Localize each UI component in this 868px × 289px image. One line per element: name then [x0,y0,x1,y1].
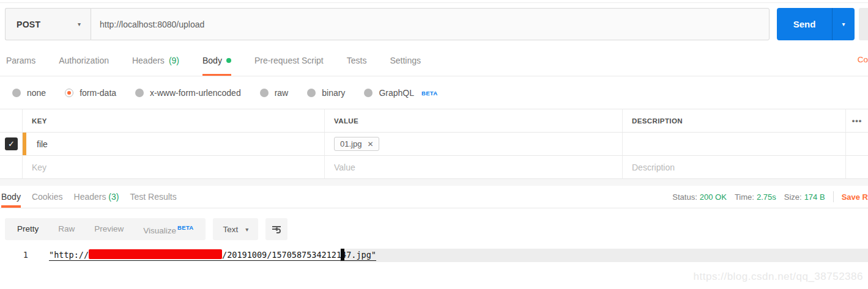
divider [833,191,834,202]
radio-form-data[interactable]: form-data [65,88,116,98]
response-tab-cookies[interactable]: Cookies [32,186,63,208]
tab-headers[interactable]: Headers(9) [132,45,179,76]
radio-binary[interactable]: binary [307,88,345,98]
headers-count: (9) [169,56,179,65]
response-body-editor[interactable]: 1 "http:///20191009/1570587534212147.jpg… [0,247,868,265]
chevron-down-icon: ▾ [78,21,81,27]
row-key[interactable]: file [32,139,48,149]
radio-none[interactable]: none [12,88,46,98]
wrap-lines-icon [271,224,282,234]
text-cursor [341,249,344,261]
chevron-down-icon: ▾ [245,226,248,233]
top-divider [0,2,868,3]
remove-file-icon[interactable]: ✕ [367,140,373,148]
response-meta: Status:200 OK Time:2.75s Size:174 B Save… [672,186,868,208]
send-label[interactable]: Send [777,8,832,40]
radio-graphql[interactable]: GraphQLBETA [364,88,437,98]
table-row: ✓ file 01.jpg ✕ [0,133,868,156]
radio-selected-icon [65,89,73,97]
redaction-block [89,249,222,259]
request-tabs: Params Authorization Headers(9) Body Pre… [0,45,868,76]
method-dropdown[interactable]: POST ▾ [5,8,91,40]
tab-params[interactable]: Params [6,45,35,76]
body-modified-dot-icon [226,58,231,63]
view-raw[interactable]: Raw [48,218,84,240]
status-badge: Status:200 OK [672,192,727,202]
radio-icon [260,89,269,97]
wrap-lines-button[interactable] [265,218,287,240]
format-label: Text [223,225,238,234]
response-header: Body Cookies Headers (3) Test Results St… [0,186,868,208]
cookies-link-clipped[interactable]: Co [858,55,868,64]
send-options-caret[interactable]: ▾ [832,8,855,40]
radio-icon [307,89,316,97]
tab-pre-request-script[interactable]: Pre-request Script [254,45,324,76]
response-tab-headers[interactable]: Headers (3) [74,186,119,208]
section-separator [0,178,868,186]
format-dropdown[interactable]: Text ▾ [213,218,258,240]
new-value-input[interactable] [334,163,593,172]
row-enabled-checkbox[interactable]: ✓ [5,137,18,150]
current-line-highlight [340,249,868,262]
response-line: "http:///20191009/1570587534212147.jpg" [49,249,376,261]
save-response-button-clipped[interactable]: Save R [842,192,868,202]
row-description[interactable] [622,133,845,155]
visualize-beta-badge: BETA [177,224,193,231]
save-button-clipped[interactable] [859,8,868,40]
file-chip[interactable]: 01.jpg ✕ [334,137,379,151]
view-preview[interactable]: Preview [84,218,133,240]
response-headers-count: (3) [108,192,119,202]
radio-raw[interactable]: raw [260,88,289,98]
response-view-toolbar: Pretty Raw Preview VisualizeBETA Text ▾ [5,218,287,240]
table-options-menu-icon[interactable]: ••• [852,116,862,125]
method-label: POST [17,20,40,29]
view-segmented-control: Pretty Raw Preview VisualizeBETA [5,218,206,240]
graphql-beta-badge: BETA [421,90,437,97]
postman-window: POST ▾ Send ▾ Params Authorization Heade… [0,0,868,289]
new-description-input[interactable] [632,163,824,172]
line-number: 1 [17,250,28,260]
col-header-value: VALUE [324,109,622,132]
file-chip-label: 01.jpg [340,139,362,148]
radio-icon [364,89,373,97]
tab-authorization[interactable]: Authorization [59,45,109,76]
view-pretty[interactable]: Pretty [7,218,48,240]
new-key-input[interactable] [32,163,295,172]
response-tab-test-results[interactable]: Test Results [130,186,176,208]
body-mode-options: none form-data x-www-form-urlencoded raw… [0,77,868,109]
url-input[interactable] [91,8,770,40]
col-header-description: DESCRIPTION [622,109,845,132]
radio-icon [135,89,144,97]
response-tab-body[interactable]: Body [1,186,21,208]
table-header-row: KEY VALUE DESCRIPTION ••• [0,109,868,133]
send-button[interactable]: Send ▾ [777,8,855,40]
tab-settings[interactable]: Settings [390,45,421,76]
form-data-table: KEY VALUE DESCRIPTION ••• ✓ file 01.jpg … [0,109,868,178]
table-empty-row [0,156,868,179]
time-badge: Time:2.75s [735,192,776,202]
radio-icon [12,89,21,97]
radio-x-www-form-urlencoded[interactable]: x-www-form-urlencoded [135,88,241,98]
chevron-down-icon: ▾ [842,21,845,27]
col-header-key: KEY [22,109,324,132]
response-text-before: "http:// [49,250,89,260]
size-badge: Size:174 B [784,192,825,202]
tab-tests[interactable]: Tests [347,45,367,76]
tab-body[interactable]: Body [202,45,231,76]
csdn-watermark: https://blog.csdn.net/qq_38752386 [694,271,863,283]
view-visualize[interactable]: VisualizeBETA [133,217,203,242]
response-text-after: /20191009/1570587534212147.jpg" [222,250,376,260]
